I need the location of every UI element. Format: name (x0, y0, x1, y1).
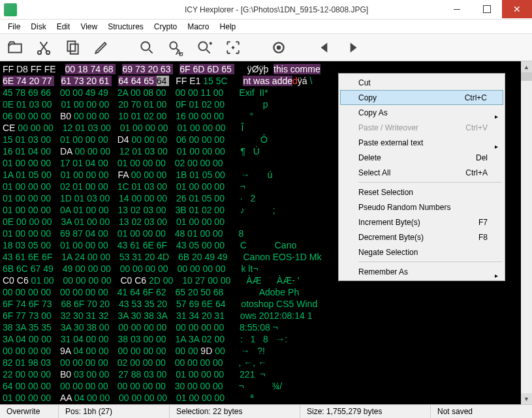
menubar: FileDiskEditViewStructuresCryptoMacroHel… (0, 20, 532, 34)
record-icon[interactable] (269, 38, 289, 57)
vertical-scrollbar[interactable]: ▲ ▼ (521, 61, 532, 404)
menu-macro[interactable]: Macro (182, 21, 214, 33)
next-icon[interactable] (343, 38, 363, 57)
edit-icon[interactable] (91, 38, 111, 57)
cut-icon[interactable] (34, 38, 54, 57)
hex-row[interactable]: 82 01 98 03 00 00 00 00 02 00 00 00 00 0… (3, 357, 529, 368)
menu-separator (358, 182, 502, 183)
menu-item-pseudo-random-numbers[interactable]: Pseudo Random Numbers (340, 200, 503, 215)
hex-row[interactable]: 38 3A 35 35 3A 30 38 00 00 00 00 00 00 0… (3, 321, 529, 333)
hex-row[interactable]: 01 00 00 00 92 04 00 00 00 00 00 00 BE 0… (3, 404, 529, 404)
menu-item-negate-selection[interactable]: Negate Selection (340, 245, 503, 260)
menu-item-copy[interactable]: CopyCtrl+C (340, 90, 503, 105)
svg-rect-2 (67, 41, 75, 51)
menu-structures[interactable]: Structures (102, 21, 149, 33)
status-saved: Not saved (431, 405, 532, 418)
find-replace-icon[interactable]: AB (166, 38, 185, 57)
scroll-down-icon[interactable]: ▼ (521, 393, 532, 404)
menu-item-paste-writeover: Paste / WriteoverCtrl+V (340, 120, 503, 135)
menu-help[interactable]: Help (215, 21, 242, 33)
svg-point-10 (277, 45, 281, 50)
svg-point-1 (46, 50, 50, 53)
menu-view[interactable]: View (75, 21, 102, 33)
menu-item-remember-as[interactable]: Remember As (340, 264, 503, 279)
hex-row[interactable]: 00 00 00 00 00 00 00 00 41 64 6F 62 65 2… (3, 286, 529, 298)
menu-file[interactable]: File (3, 21, 25, 33)
copy-icon[interactable] (63, 38, 82, 57)
select-icon[interactable] (223, 38, 243, 57)
hex-row[interactable]: 01 00 00 00 AA 04 00 00 00 00 00 00 01 0… (3, 392, 529, 404)
menu-crypto[interactable]: Crypto (149, 21, 182, 33)
menu-edit[interactable]: Edit (52, 21, 76, 33)
status-size: Size: 1,755,279 bytes (300, 405, 431, 418)
prev-icon[interactable] (315, 38, 334, 57)
svg-text:B: B (179, 51, 183, 56)
scroll-up-icon[interactable]: ▲ (521, 61, 532, 72)
status-mode: Overwrite (0, 405, 59, 418)
menu-item-paste-external-text[interactable]: Paste external text (340, 135, 503, 150)
hex-row[interactable]: 22 00 00 00 B0 03 00 00 27 88 03 00 01 0… (3, 368, 529, 380)
close-button[interactable]: ✕ (502, 0, 532, 18)
hex-row[interactable]: 6F 74 6F 73 68 6F 70 20 43 53 35 20 57 6… (3, 298, 529, 310)
maximize-button[interactable] (472, 0, 502, 18)
hex-row[interactable]: 64 00 00 00 00 00 00 00 00 00 00 00 30 0… (3, 380, 529, 392)
toolbar: AB (0, 34, 532, 61)
menu-disk[interactable]: Disk (25, 21, 51, 33)
svg-rect-3 (70, 44, 78, 53)
minimize-button[interactable] (442, 0, 472, 18)
statusbar: Overwrite Pos: 1bh (27) Selection: 22 by… (0, 404, 532, 418)
app-icon (4, 3, 17, 16)
menu-item-increment-byte-s-[interactable]: Increment Byte(s)F7 (340, 215, 503, 230)
menu-item-delete[interactable]: DeleteDel (340, 150, 503, 165)
open-icon[interactable] (5, 38, 25, 57)
menu-item-cut[interactable]: Cut (340, 75, 503, 90)
menu-separator (358, 261, 502, 262)
titlebar: ICY Hexplorer - [G:\Photos\1DN_5915-12-0… (0, 0, 532, 20)
hex-row[interactable]: 3A 04 00 00 31 04 00 00 38 03 00 00 1A 3… (3, 333, 529, 345)
status-selection: Selection: 22 bytes (170, 405, 300, 418)
status-position: Pos: 1bh (27) (59, 405, 170, 418)
find-icon[interactable] (137, 38, 157, 57)
svg-point-4 (141, 42, 149, 50)
menu-item-reset-selection[interactable]: Reset Selection (340, 185, 503, 200)
menu-item-decrement-byte-s-[interactable]: Decrement Byte(s)F8 (340, 230, 503, 245)
zoom-icon[interactable] (195, 38, 214, 57)
context-menu: CutCopyCtrl+CCopy AsPaste / WriteoverCtr… (338, 73, 505, 281)
menu-item-copy-as[interactable]: Copy As (340, 105, 503, 120)
menu-item-select-all[interactable]: Select AllCtrl+A (340, 165, 503, 180)
hex-row[interactable]: 00 00 00 00 9A 04 00 00 00 00 00 00 00 0… (3, 345, 529, 357)
hex-row[interactable]: 6F 77 73 00 32 30 31 32 3A 30 38 3A 31 3… (3, 310, 529, 321)
svg-point-8 (198, 42, 207, 50)
svg-point-0 (38, 50, 41, 53)
